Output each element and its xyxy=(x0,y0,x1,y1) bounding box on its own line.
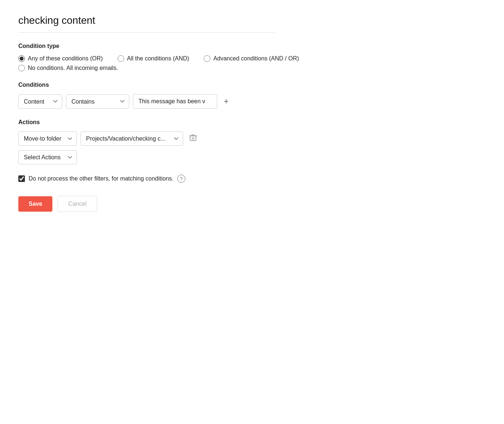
radio-none-label: No conditions. All incoming emails. xyxy=(28,65,118,71)
action-type-dropdown[interactable]: Move-to folder Mark as read Delete Label xyxy=(18,131,77,146)
radio-option-or[interactable]: Any of these conditions (OR) xyxy=(18,55,103,62)
field-dropdown[interactable]: Content Subject From To Body xyxy=(18,94,62,109)
radio-option-advanced[interactable]: Advanced conditions (AND / OR) xyxy=(204,55,299,62)
radio-none[interactable] xyxy=(18,65,25,71)
folder-select-dropdown[interactable]: Projects/Vacation/checking c... Inbox Tr… xyxy=(81,131,183,146)
no-process-checkbox[interactable] xyxy=(18,175,25,182)
select-actions-dropdown[interactable]: Select Actions Move-to folder Mark as re… xyxy=(18,150,77,164)
radio-and[interactable] xyxy=(118,55,124,62)
actions-label: Actions xyxy=(18,119,486,126)
radio-or[interactable] xyxy=(18,55,25,62)
cancel-button[interactable]: Cancel xyxy=(58,196,97,212)
condition-value-input[interactable] xyxy=(133,94,217,109)
actions-section: Actions Move-to folder Mark as read Dele… xyxy=(18,119,486,164)
help-icon[interactable]: ? xyxy=(177,175,185,183)
conditions-section: Conditions Content Subject From To Body … xyxy=(18,82,486,109)
radio-option-and[interactable]: All the conditions (AND) xyxy=(118,55,189,62)
radio-and-label: All the conditions (AND) xyxy=(127,55,189,62)
delete-action-button[interactable] xyxy=(187,131,199,146)
title-divider xyxy=(18,32,275,33)
no-process-label: Do not process the other filters, for ma… xyxy=(29,175,174,182)
select-actions-row: Select Actions Move-to folder Mark as re… xyxy=(18,150,486,164)
conditions-row: Content Subject From To Body Contains Do… xyxy=(18,94,486,109)
radio-option-none[interactable]: No conditions. All incoming emails. xyxy=(18,65,118,71)
conditions-label: Conditions xyxy=(18,82,486,88)
add-condition-button[interactable]: + xyxy=(221,96,231,107)
condition-type-section: Condition type Any of these conditions (… xyxy=(18,43,486,71)
radio-advanced-label: Advanced conditions (AND / OR) xyxy=(213,55,299,62)
condition-type-row2: No conditions. All incoming emails. xyxy=(18,65,486,71)
action-row-1: Move-to folder Mark as read Delete Label… xyxy=(18,131,486,146)
condition-type-label: Condition type xyxy=(18,43,486,49)
trash-icon xyxy=(189,134,197,142)
svg-rect-0 xyxy=(190,136,196,141)
save-button[interactable]: Save xyxy=(18,196,52,212)
radio-advanced[interactable] xyxy=(204,55,210,62)
operator-dropdown[interactable]: Contains Does not contain Is Is not xyxy=(66,94,129,109)
button-row: Save Cancel xyxy=(18,196,486,212)
no-process-row: Do not process the other filters, for ma… xyxy=(18,175,486,183)
radio-or-label: Any of these conditions (OR) xyxy=(28,55,103,62)
page-title: checking content xyxy=(18,15,486,26)
condition-type-row1: Any of these conditions (OR) All the con… xyxy=(18,55,486,62)
